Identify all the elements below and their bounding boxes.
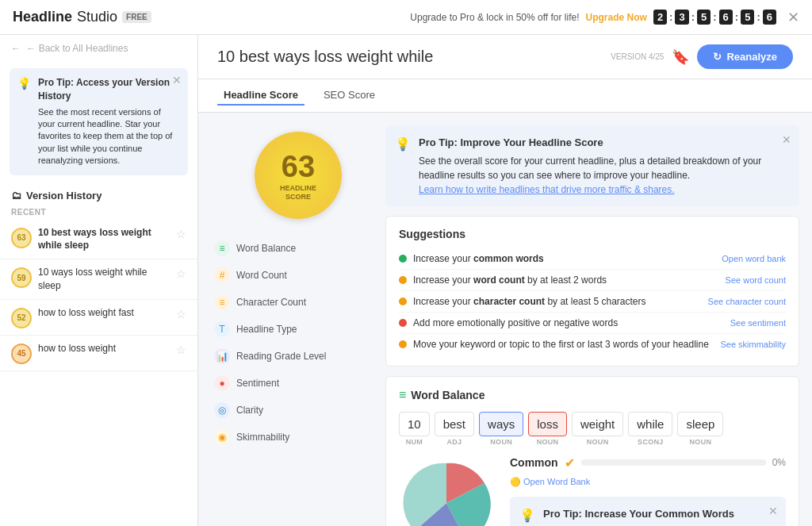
logo: HeadlineStudio FREE	[13, 9, 151, 25]
suggestion-left-1: Increase your word count by at least 2 w…	[399, 275, 607, 286]
pro-tip-wide-close-icon[interactable]: ✕	[782, 132, 791, 148]
word-box-best: best	[435, 412, 474, 436]
word-tags: 10 NUM best ADJ ways NOUN loss	[399, 412, 786, 446]
word-tag-loss: loss NOUN	[528, 412, 567, 446]
version-history-title: 🗂 Version History	[0, 182, 197, 205]
dot-red-3	[399, 319, 407, 327]
metric-skimmability[interactable]: ◉ Skimmability	[211, 424, 385, 451]
clarity-icon: ◎	[214, 402, 230, 418]
suggestion-text-1: Increase your word count by at least 2 w…	[413, 275, 607, 286]
suggestion-text-3: Add more emotionally positive or negativ…	[413, 317, 618, 328]
metric-word-balance[interactable]: ≡ Word Balance	[211, 235, 385, 262]
metric-word-count[interactable]: # Word Count	[211, 262, 385, 289]
version-label: VERSION 4/25	[611, 52, 664, 61]
tab-seo-score[interactable]: SEO Score	[317, 86, 381, 106]
word-label-best: ADJ	[446, 438, 462, 446]
suggestion-link-1[interactable]: See word count	[726, 275, 786, 285]
suggestion-left-3: Add more emotionally positive or negativ…	[399, 317, 618, 328]
suggestion-link-2[interactable]: See character count	[708, 297, 786, 306]
metric-sentiment[interactable]: ● Sentiment	[211, 370, 385, 397]
pie-chart	[399, 455, 494, 527]
layout: ← ← Back to All Headlines 💡 ✕ Pro Tip: A…	[0, 35, 812, 526]
open-word-bank-link[interactable]: 🟡 Open Word Bank	[510, 477, 590, 486]
suggestion-text-2: Increase your character count by at leas…	[413, 296, 645, 307]
headline-type-icon: T	[214, 321, 230, 337]
star-icon-0[interactable]: ☆	[176, 228, 186, 240]
pro-tip-wide-title: Pro Tip: Improve Your Headline Score	[419, 135, 788, 151]
word-label-ways: NOUN	[490, 438, 512, 446]
word-balance-card-icon: ≡	[399, 388, 406, 402]
countdown-5a: 5	[697, 10, 710, 25]
history-item-1[interactable]: 59 10 ways loss weight while sleep ☆	[0, 259, 197, 300]
word-box-weight: weight	[572, 412, 623, 436]
close-icon[interactable]: ✕	[787, 9, 799, 26]
star-icon-1[interactable]: ☆	[176, 267, 186, 280]
sidebar: ← ← Back to All Headlines 💡 ✕ Pro Tip: A…	[0, 35, 198, 526]
reanalyze-button[interactable]: ↻ Reanalyze	[697, 44, 793, 69]
sidebar-pro-tip: 💡 ✕ Pro Tip: Access your Version History…	[10, 68, 188, 175]
suggestions-title: Suggestions	[399, 228, 786, 240]
skimmability-icon: ◉	[214, 429, 230, 445]
pie-chart-wrapper	[399, 455, 494, 527]
score-label: HEADLINESCORE	[280, 184, 316, 202]
metric-headline-type[interactable]: T Headline Type	[211, 316, 385, 343]
metric-clarity[interactable]: ◎ Clarity	[211, 397, 385, 424]
pro-tip-bottom-close-icon[interactable]: ✕	[768, 503, 778, 520]
back-label: ← Back to All Headlines	[26, 43, 128, 54]
suggestion-link-4[interactable]: See skimmability	[720, 340, 786, 349]
metric-label-char-count: Character Count	[236, 297, 306, 308]
history-item-0[interactable]: 63 10 best ways loss weight while sleep …	[0, 220, 197, 260]
metric-label-headline-type: Headline Type	[236, 324, 297, 335]
dot-yellow-4	[399, 340, 407, 348]
check-icon: ✔	[565, 455, 575, 470]
metric-label-sentiment: Sentiment	[236, 378, 279, 389]
sidebar-tip-title: Pro Tip: Access your Version History	[38, 76, 180, 103]
metric-character-count[interactable]: ≡ Character Count	[211, 289, 385, 316]
sidebar-tip-close-icon[interactable]: ✕	[172, 73, 182, 89]
back-link[interactable]: ← ← Back to All Headlines	[0, 35, 197, 62]
countdown-3: 3	[675, 10, 688, 25]
suggestion-link-0[interactable]: Open word bank	[722, 254, 786, 263]
word-box-ways: ways	[479, 412, 523, 436]
upgrade-link[interactable]: Upgrade Now	[586, 12, 647, 23]
metric-label-skimmability: Skimmability	[236, 432, 289, 443]
countdown-5b: 5	[741, 10, 754, 25]
score-panel: 63 HEADLINESCORE ≡ Word Balance # Word C…	[211, 125, 385, 526]
history-text-0: 10 best ways loss weight while sleep	[38, 226, 170, 253]
suggestion-row-0: Increase your common words Open word ban…	[399, 248, 786, 270]
word-tag-while: while SCONJ	[628, 412, 672, 446]
suggestion-link-3[interactable]: See sentiment	[730, 318, 786, 328]
word-label-sleep: NOUN	[690, 438, 712, 446]
word-tag-best: best ADJ	[435, 412, 474, 446]
tabs: Headline Score SEO Score	[198, 79, 812, 113]
tip-wide-lightbulb-icon: 💡	[395, 135, 411, 154]
suggestion-left-2: Increase your character count by at leas…	[399, 296, 645, 307]
word-label-while: SCONJ	[638, 438, 664, 446]
metric-label-reading-grade: Reading Grade Level	[236, 351, 326, 362]
bookmark-icon[interactable]: 🔖	[672, 48, 689, 66]
star-icon-2[interactable]: ☆	[176, 308, 186, 321]
metric-reading-grade[interactable]: 📊 Reading Grade Level	[211, 343, 385, 370]
history-item-3[interactable]: 45 how to loss weight ☆	[0, 336, 197, 371]
sidebar-tip-body: See the most recent versions of your cur…	[38, 106, 180, 167]
dot-green-0	[399, 255, 407, 263]
star-icon-3[interactable]: ☆	[176, 344, 186, 356]
dot-yellow-1	[399, 276, 407, 284]
common-pct: 0%	[772, 457, 786, 468]
tip-lightbulb-icon: 💡	[17, 76, 31, 92]
learn-link[interactable]: Learn how to write headlines that drive …	[419, 184, 675, 195]
main: 10 best ways loss weight while VERSION 4…	[198, 35, 812, 526]
history-text-2: how to loss weight fast	[38, 306, 170, 320]
top-bar-right: Upgrade to Pro & lock in 50% off for lif…	[410, 9, 799, 26]
word-tag-ways: ways NOUN	[479, 412, 523, 446]
countdown-6b: 6	[763, 10, 776, 25]
score-number: 63	[282, 150, 315, 184]
suggestion-text-0: Increase your common words	[413, 253, 544, 264]
history-item-2[interactable]: 52 how to loss weight fast ☆	[0, 300, 197, 336]
suggestion-row-2: Increase your character count by at leas…	[399, 291, 786, 313]
word-tag-sleep: sleep NOUN	[677, 412, 723, 446]
history-list: 63 10 best ways loss weight while sleep …	[0, 220, 197, 371]
progress-bar-wrap	[581, 459, 766, 466]
tab-headline-score[interactable]: Headline Score	[217, 86, 304, 106]
refresh-icon: ↻	[713, 51, 722, 63]
